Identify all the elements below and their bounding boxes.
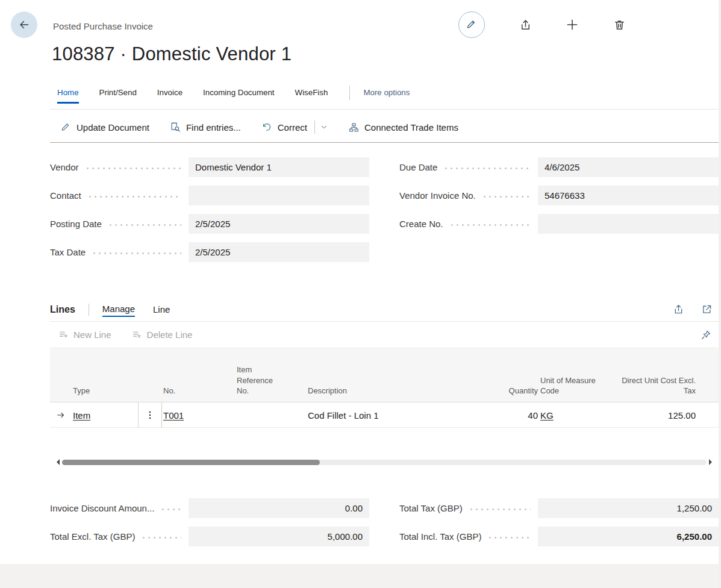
lines-title: Lines	[50, 304, 75, 315]
lines-table-header: Type No. Item Reference No. Description …	[50, 348, 719, 402]
vendor-field[interactable]: Domestic Vendor 1	[189, 157, 369, 177]
due-date-field-row: Due Date 4/6/2025	[399, 157, 719, 177]
vendor-invoice-no-field[interactable]: 54676633	[538, 186, 719, 205]
dotted-leader	[487, 537, 531, 539]
lines-share-button[interactable]	[673, 304, 684, 315]
totals-section: Invoice Discount Amoun... 0.00 Total Exc…	[50, 498, 719, 555]
col-quantity[interactable]: Quantity	[473, 386, 539, 402]
tab-home[interactable]: Home	[57, 84, 79, 104]
footer-strip	[0, 564, 721, 588]
total-excl-tax-label: Total Excl. Tax (GBP)	[50, 531, 135, 542]
back-button[interactable]	[11, 11, 37, 38]
posting-date-field[interactable]: 2/5/2025	[189, 214, 369, 234]
tab-invoice[interactable]: Invoice	[157, 84, 183, 104]
right-gutter	[719, 0, 721, 588]
correct-dropdown-button[interactable]	[320, 123, 328, 131]
posted-purchase-invoice-page: Posted Purchase Invoice 108387 · Domesti…	[0, 0, 721, 588]
scrollbar-track[interactable]	[62, 460, 707, 465]
dotted-leader	[469, 508, 531, 510]
pin-button[interactable]	[701, 330, 719, 340]
delete-line-button[interactable]: Delete Line	[132, 330, 193, 340]
scrollbar-thumb[interactable]	[62, 460, 320, 465]
trash-icon	[613, 19, 626, 31]
vendor-invoice-no-label: Vendor Invoice No.	[399, 190, 476, 201]
total-excl-tax-field[interactable]: 5,000.00	[189, 527, 369, 546]
pencil-icon	[61, 122, 71, 133]
cell-unit-of-measure[interactable]: KG	[539, 410, 613, 421]
contact-label: Contact	[50, 190, 81, 201]
dotted-leader	[443, 167, 531, 169]
create-no-field-row: Create No.	[399, 214, 719, 234]
contact-field[interactable]	[189, 186, 369, 205]
action-bar: Update Document Find entries... Correct …	[61, 116, 479, 139]
col-no[interactable]: No.	[162, 386, 236, 402]
dotted-leader	[449, 224, 531, 226]
dotted-leader	[85, 167, 181, 169]
contact-field-row: Contact	[50, 186, 369, 205]
update-document-button[interactable]: Update Document	[61, 122, 149, 133]
due-date-label: Due Date	[399, 162, 437, 172]
share-icon	[519, 19, 532, 31]
share-icon	[673, 304, 684, 315]
trade-items-icon	[349, 122, 359, 133]
delete-button[interactable]	[613, 19, 626, 31]
horizontal-scrollbar[interactable]	[50, 458, 719, 466]
new-line-button[interactable]: New Line	[58, 330, 111, 340]
pencil-icon	[466, 19, 477, 30]
col-unit-of-measure[interactable]: Unit of Measure Code	[539, 375, 613, 402]
lines-popout-button[interactable]	[701, 304, 713, 315]
dotted-leader	[160, 508, 181, 510]
invoice-discount-field[interactable]: 0.00	[189, 498, 369, 518]
dotted-leader	[92, 252, 181, 254]
find-entries-button[interactable]: Find entries...	[170, 122, 241, 133]
scroll-left-arrow[interactable]	[54, 459, 60, 465]
chevron-down-icon	[320, 123, 328, 131]
edit-button[interactable]	[458, 11, 485, 38]
delete-line-icon	[132, 330, 142, 340]
invoice-discount-row: Invoice Discount Amoun... 0.00	[50, 498, 369, 518]
undo-icon	[261, 122, 272, 133]
lines-header: Lines Manage Line	[50, 298, 719, 322]
create-no-field[interactable]	[538, 214, 719, 234]
dotted-leader	[108, 224, 181, 226]
lines-menu-manage[interactable]: Manage	[102, 302, 135, 317]
correct-split-separator	[314, 120, 315, 134]
posting-date-label: Posting Date	[50, 219, 102, 229]
lines-menu-line[interactable]: Line	[153, 303, 170, 316]
lines-toolbar: New Line Delete Line	[50, 322, 719, 348]
tab-print-send[interactable]: Print/Send	[99, 84, 137, 104]
col-direct-unit-cost[interactable]: Direct Unit Cost Excl. Tax	[613, 375, 697, 402]
total-tax-field[interactable]: 1,250.00	[538, 498, 719, 518]
page-title: 108387 · Domestic Vendor 1	[52, 43, 292, 65]
col-menu	[138, 396, 162, 402]
ribbon-tabs: Home Print/Send Invoice Incoming Documen…	[57, 84, 410, 104]
dotted-leader	[482, 196, 531, 198]
search-document-icon	[170, 122, 181, 133]
cell-no[interactable]: T001	[162, 410, 236, 421]
cell-quantity: 40	[473, 410, 539, 421]
cell-direct-unit-cost: 125.00	[613, 410, 697, 421]
col-type[interactable]: Type	[72, 386, 138, 402]
action-bar-divider	[50, 142, 719, 143]
scroll-right-arrow[interactable]	[709, 459, 715, 465]
posting-date-field-row: Posting Date 2/5/2025	[50, 214, 369, 234]
cell-type[interactable]: Item	[72, 410, 138, 421]
col-item-reference-no[interactable]: Item Reference No.	[236, 364, 279, 402]
tax-date-field[interactable]: 2/5/2025	[189, 242, 369, 262]
tax-date-label: Tax Date	[50, 247, 86, 257]
tab-wisefish[interactable]: WiseFish	[295, 84, 328, 104]
totals-right-column: Total Tax (GBP) 1,250.00 Total Incl. Tax…	[399, 498, 719, 555]
tab-incoming-document[interactable]: Incoming Document	[203, 84, 275, 104]
lines-fasttab: Lines Manage Line	[50, 298, 719, 466]
due-date-field[interactable]: 4/6/2025	[538, 157, 719, 177]
fields-left-column: Vendor Domestic Vendor 1 Contact Posting…	[50, 157, 369, 271]
col-description[interactable]: Description	[307, 386, 473, 402]
connected-trade-items-button[interactable]: Connected Trade Items	[349, 122, 458, 133]
total-incl-tax-field[interactable]: 6,250.00	[538, 527, 719, 546]
row-options-button[interactable]	[138, 402, 162, 428]
correct-button[interactable]: Correct	[261, 122, 307, 133]
more-options-button[interactable]: More options	[363, 84, 410, 104]
add-button[interactable]	[566, 18, 579, 31]
total-tax-row: Total Tax (GBP) 1,250.00	[399, 498, 719, 518]
share-button[interactable]	[519, 19, 532, 31]
